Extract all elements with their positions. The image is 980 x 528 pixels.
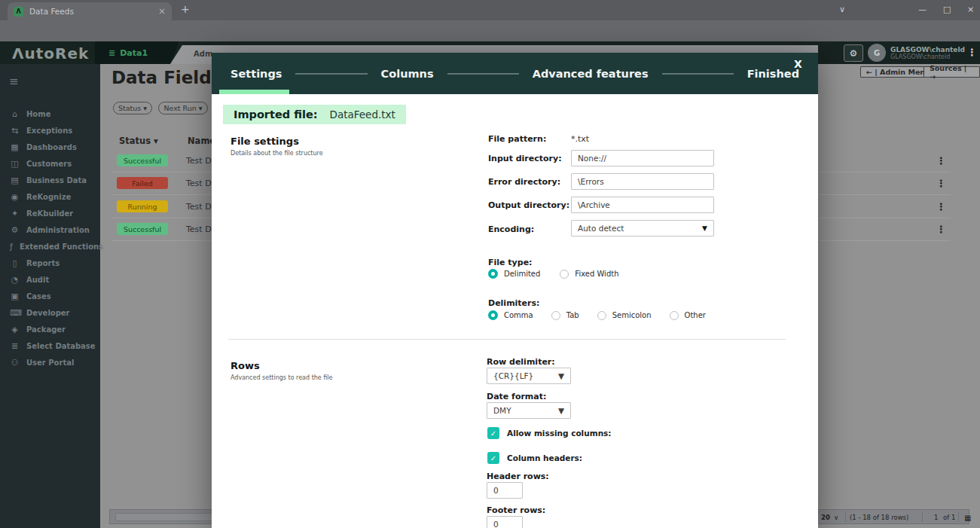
radio-label: Semicolon bbox=[612, 311, 652, 319]
column-header-status[interactable]: Status ▾ bbox=[119, 136, 158, 146]
new-tab-button[interactable]: + bbox=[181, 3, 190, 15]
sidebar-item-packager[interactable]: ◈Packager bbox=[0, 321, 100, 337]
tab-close-icon[interactable]: × bbox=[158, 6, 166, 17]
avatar[interactable]: G bbox=[868, 44, 886, 62]
encoding-value: Auto detect bbox=[578, 224, 624, 233]
radio-selected-icon bbox=[488, 310, 498, 320]
select-database-icon: ≣ bbox=[10, 341, 20, 351]
sidebar-item-exceptions[interactable]: ⇆Exceptions bbox=[0, 122, 100, 139]
window-close-icon[interactable]: × bbox=[967, 5, 974, 14]
rows-section-subtitle: Advanced settings to read the file bbox=[230, 374, 333, 381]
radio-semicolon[interactable]: Semicolon bbox=[597, 311, 652, 320]
radio-unselected-icon bbox=[597, 311, 606, 320]
sidebar-item-label: ReKognize bbox=[26, 193, 71, 201]
radio-label: Comma bbox=[504, 311, 533, 319]
status-filter-button[interactable]: Status ▾ bbox=[113, 102, 152, 114]
chevron-down-icon: ▼ bbox=[558, 406, 564, 415]
encoding-label: Encoding: bbox=[488, 224, 534, 234]
tab-advanced-features[interactable]: Advanced features bbox=[533, 68, 649, 80]
row-kebab-icon[interactable]: ⋮ bbox=[936, 224, 946, 235]
autorek-logo: ΛutoRek bbox=[12, 44, 89, 63]
page-size-select[interactable]: 20 bbox=[821, 514, 830, 521]
tab-finished[interactable]: Finished bbox=[747, 68, 799, 80]
date-format-select[interactable]: DMY ▼ bbox=[487, 402, 571, 419]
packager-icon: ◈ bbox=[10, 325, 20, 334]
page-number-input[interactable]: 1 bbox=[934, 514, 938, 521]
row-kebab-icon[interactable]: ⋮ bbox=[936, 155, 946, 166]
sidebar-item-select-database[interactable]: ≣Select Database bbox=[0, 337, 100, 354]
row-delimiter-select[interactable]: {CR}{LF} ▼ bbox=[487, 368, 571, 384]
hamburger-menu-icon[interactable]: ≡ bbox=[9, 75, 19, 88]
footer-rows-label: Footer rows: bbox=[487, 505, 545, 515]
row-kebab-icon[interactable]: ⋮ bbox=[936, 178, 946, 189]
status-badge: Running bbox=[117, 200, 168, 212]
wizard-steps-header: Settings Columns Advanced features Finis… bbox=[212, 53, 818, 94]
home-icon: ⌂ bbox=[10, 109, 20, 119]
user-name: GLASGOW\chanteld bbox=[890, 46, 965, 53]
data-feed-wizard-modal: Settings Columns Advanced features Finis… bbox=[212, 53, 818, 528]
browser-tab-title: Data Feeds bbox=[29, 7, 152, 16]
developer-icon: ⌨ bbox=[10, 308, 20, 318]
radio-fixed-width[interactable]: Fixed Width bbox=[560, 270, 618, 279]
sidebar-item-label: Cases bbox=[26, 292, 51, 301]
error-directory-field[interactable] bbox=[571, 173, 714, 190]
user-subname: GLASGOW\chanteld bbox=[890, 53, 965, 60]
restore-icon[interactable]: □ bbox=[943, 5, 951, 14]
page-title: Data Fields bbox=[111, 68, 221, 87]
header-kebab-icon[interactable]: ⋮ bbox=[967, 47, 977, 58]
file-pattern-value: *.txt bbox=[571, 134, 589, 144]
file-settings-subtitle: Details about the file structure bbox=[230, 150, 323, 157]
section-divider bbox=[228, 339, 786, 340]
column-headers-label: Column headers: bbox=[507, 453, 582, 462]
exceptions-icon: ⇆ bbox=[10, 126, 20, 136]
date-format-value: DMY bbox=[493, 406, 511, 415]
footer-rows-field[interactable] bbox=[487, 516, 523, 528]
rows-section-title: Rows bbox=[230, 360, 260, 371]
input-directory-field[interactable] bbox=[571, 150, 714, 166]
minimize-icon[interactable]: — bbox=[918, 5, 927, 14]
chevron-down-icon: ▼ bbox=[558, 371, 564, 380]
sidebar-item-cases[interactable]: ▣Cases bbox=[0, 288, 100, 304]
sidebar-item-reports[interactable]: ▯Reports bbox=[0, 255, 100, 271]
gear-icon[interactable]: ⚙ bbox=[844, 44, 863, 62]
footer-divider bbox=[845, 511, 846, 522]
encoding-select[interactable]: Auto detect ▼ bbox=[571, 220, 714, 237]
radio-delimited[interactable]: Delimited bbox=[488, 269, 540, 279]
radio-label: Delimited bbox=[504, 270, 540, 278]
status-badge: Successful bbox=[117, 223, 168, 235]
sidebar-item-home[interactable]: ⌂Home bbox=[0, 105, 100, 122]
checkbox-checked-icon[interactable]: ✓ bbox=[487, 427, 499, 439]
row-kebab-icon[interactable]: ⋮ bbox=[936, 201, 946, 212]
browser-menu-icon[interactable]: ∨ bbox=[839, 5, 845, 14]
allow-missing-columns-label: Allow missing columns: bbox=[507, 429, 612, 438]
dashboards-icon: ▦ bbox=[10, 142, 20, 152]
next-run-filter-button[interactable]: Next Run ▾ bbox=[158, 102, 208, 114]
input-directory-label: Input directory: bbox=[488, 154, 562, 163]
header-rows-field[interactable] bbox=[487, 482, 523, 499]
user-portal-icon: ⚇ bbox=[10, 358, 20, 368]
sidebar-item-developer[interactable]: ⌨Developer bbox=[0, 304, 100, 321]
tab-settings[interactable]: Settings bbox=[230, 68, 282, 80]
browser-tab-strip: Λ Data Feeds × + ∨ — □ × bbox=[0, 0, 980, 20]
sources-button[interactable]: Sources | → bbox=[924, 66, 980, 78]
admin-page-tab-label: Adm bbox=[194, 50, 212, 58]
tab-columns[interactable]: Columns bbox=[381, 68, 434, 80]
radio-tab[interactable]: Tab bbox=[551, 311, 579, 320]
radio-other[interactable]: Other bbox=[670, 311, 706, 320]
output-directory-field[interactable] bbox=[571, 197, 714, 213]
radio-unselected-icon bbox=[670, 311, 679, 320]
sidebar-item-user-portal[interactable]: ⚇User Portal bbox=[0, 354, 100, 371]
radio-label: Other bbox=[685, 311, 706, 319]
chevron-down-icon[interactable]: ∨ bbox=[834, 514, 838, 521]
sidebar-item-dashboards[interactable]: ▦Dashboards bbox=[0, 139, 100, 155]
cases-icon: ▣ bbox=[10, 291, 20, 301]
close-icon[interactable]: X bbox=[794, 58, 802, 70]
radio-unselected-icon bbox=[560, 270, 569, 279]
sidebar-item-audit[interactable]: ◔Audit bbox=[0, 271, 100, 288]
grid-view-icon[interactable]: ▦ bbox=[964, 514, 971, 522]
checkbox-checked-icon[interactable]: ✓ bbox=[487, 452, 499, 464]
radio-comma[interactable]: Comma bbox=[488, 310, 533, 320]
browser-tab[interactable]: Λ Data Feeds × bbox=[8, 2, 172, 20]
sidebar-item-extended-functions[interactable]: ƒExtended Functions bbox=[0, 238, 100, 255]
database-tab-data1[interactable]: ≣ Data1 bbox=[95, 41, 179, 64]
